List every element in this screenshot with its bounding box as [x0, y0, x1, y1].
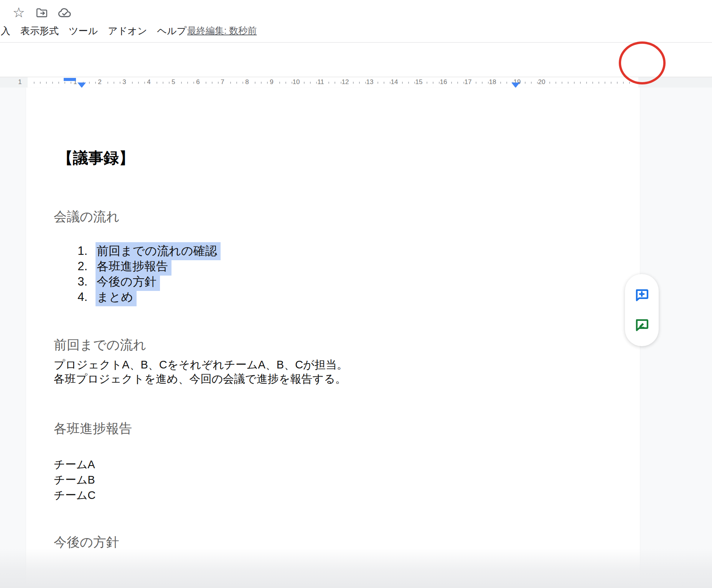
ruler-tick	[193, 82, 194, 84]
ruler-tick	[89, 82, 90, 84]
ruler-tick	[408, 82, 409, 84]
right-indent-marker[interactable]	[511, 83, 520, 88]
ruler-tick	[365, 82, 366, 84]
ruler-tick	[169, 82, 170, 84]
ruler-number: 3	[122, 78, 126, 86]
menu-item[interactable]: アドオン	[108, 25, 147, 37]
ruler-tick	[463, 82, 464, 84]
list-item-number: 1.	[54, 244, 87, 258]
ruler-tick	[549, 82, 550, 84]
ruler-number: 5	[171, 78, 175, 86]
first-line-indent-marker[interactable]	[64, 78, 76, 81]
ruler-tick	[574, 82, 575, 84]
body-paragraph: プロジェクトA、B、CをそれぞれチームA、B、Cが担当。各班プロジェクトを進め、…	[54, 358, 348, 386]
ruler-tick	[144, 82, 145, 84]
left-indent-marker[interactable]	[77, 83, 86, 88]
ruler-tick	[359, 82, 360, 84]
ruler-number: 17	[465, 78, 472, 86]
ruler-number: 15	[415, 78, 423, 86]
ruler-tick	[414, 82, 415, 84]
ruler-tick	[482, 82, 483, 84]
ruler-tick	[451, 82, 452, 84]
body-line: プロジェクトA、B、CをそれぞれチームA、B、Cが担当。	[54, 358, 348, 372]
ruler-tick	[353, 82, 354, 84]
ruler-tick	[64, 82, 65, 84]
ruler-tick	[316, 82, 317, 84]
ruler-tick	[476, 82, 476, 84]
heading-previous: 前回までの流れ	[54, 336, 146, 354]
ruler-tick	[531, 82, 532, 84]
list-item-number: 3.	[54, 275, 87, 289]
ruler-number: 7	[221, 78, 224, 86]
ruler-tick	[525, 82, 526, 84]
team-list: チームAチームBチームC	[54, 457, 96, 503]
list-item: 1. 前回までの流れの確認	[54, 243, 221, 259]
list-item-text-selected: まとめ	[96, 288, 137, 306]
ruler-tick	[592, 82, 593, 84]
ruler-tick	[310, 82, 311, 84]
ruler-tick	[58, 82, 59, 84]
ruler-number: 18	[489, 78, 496, 86]
ruler-number: 2	[98, 78, 101, 86]
ruler-number: 20	[538, 78, 546, 86]
ruler-tick	[500, 82, 501, 84]
document-page[interactable]: 【議事録】 会議の流れ 1. 前回までの流れの確認 2. 各班進捗報告 3	[26, 88, 640, 588]
heading-agenda: 会議の流れ	[54, 208, 120, 226]
ruler-tick	[230, 82, 231, 84]
ruler[interactable]: 11234567891011121314151617181920	[0, 77, 712, 88]
ruler-tick	[562, 82, 562, 84]
doc-title-actions: ☆	[12, 5, 72, 20]
list-item-number: 2.	[54, 259, 87, 273]
ruler-tick	[46, 82, 47, 84]
ruler-number: 14	[391, 78, 398, 86]
menu-item[interactable]: 入	[1, 25, 10, 37]
ruler-tick	[107, 82, 108, 84]
menu-item[interactable]: ヘルプ	[157, 25, 187, 37]
numbered-list-block: 1. 前回までの流れの確認 2. 各班進捗報告 3. 今後の方針 4.	[54, 243, 221, 305]
ruler-number: 4	[147, 78, 150, 86]
ruler-number: 16	[440, 78, 447, 86]
ruler-tick	[163, 82, 163, 84]
list-item: 2. 各班進捗報告	[54, 259, 221, 274]
ruler-tick	[255, 82, 255, 84]
list-item: 3. 今後の方針	[54, 274, 221, 289]
ruler-number: 1	[18, 78, 21, 86]
heading-progress: 各班進捗報告	[54, 420, 132, 438]
ruler-tick	[95, 82, 96, 84]
google-docs-window: ☆ 入表示形式ツールアドオンヘルプ 最終編集: 数秒前 標準テキス... Ari…	[0, 0, 712, 588]
team-line: チームA	[54, 457, 96, 472]
ruler-tick	[114, 82, 114, 84]
suggest-edits-float-icon[interactable]	[633, 317, 650, 334]
ruler-number: 12	[342, 78, 349, 86]
ruler-tick	[341, 82, 341, 84]
toolbar: 標準テキス... Arial − 11 + B I U A	[0, 43, 712, 77]
ruler-tick	[555, 82, 556, 84]
ruler-tick	[304, 82, 305, 84]
menu-item[interactable]: 表示形式	[20, 25, 59, 37]
ruler-tick	[120, 82, 120, 84]
ruler-tick	[617, 82, 618, 84]
body-line: 各班プロジェクトを進め、今回の会議で進捗を報告する。	[54, 372, 348, 386]
ruler-tick	[218, 82, 219, 84]
list-item-number: 4.	[54, 290, 87, 304]
ruler-tick	[611, 82, 611, 84]
add-comment-float-icon[interactable]	[633, 287, 650, 304]
ruler-tick	[181, 82, 182, 84]
star-icon[interactable]: ☆	[12, 5, 26, 20]
move-folder-icon[interactable]	[35, 5, 49, 20]
ruler-tick	[439, 82, 440, 84]
ruler-tick	[457, 82, 458, 84]
ruler-tick	[279, 82, 280, 84]
ruler-tick	[623, 82, 624, 84]
side-action-pill	[625, 274, 659, 346]
ruler-tick	[580, 82, 581, 84]
ruler-tick	[157, 82, 157, 84]
list-item: 4. まとめ	[54, 289, 221, 305]
cloud-saved-icon[interactable]	[58, 5, 72, 20]
ruler-tick	[427, 82, 427, 84]
ruler-number: 10	[293, 78, 300, 86]
ruler-number: 11	[317, 78, 324, 86]
last-edit-link[interactable]: 最終編集: 数秒前	[187, 25, 257, 37]
ruler-tick	[328, 82, 329, 84]
menu-item[interactable]: ツール	[69, 25, 98, 37]
